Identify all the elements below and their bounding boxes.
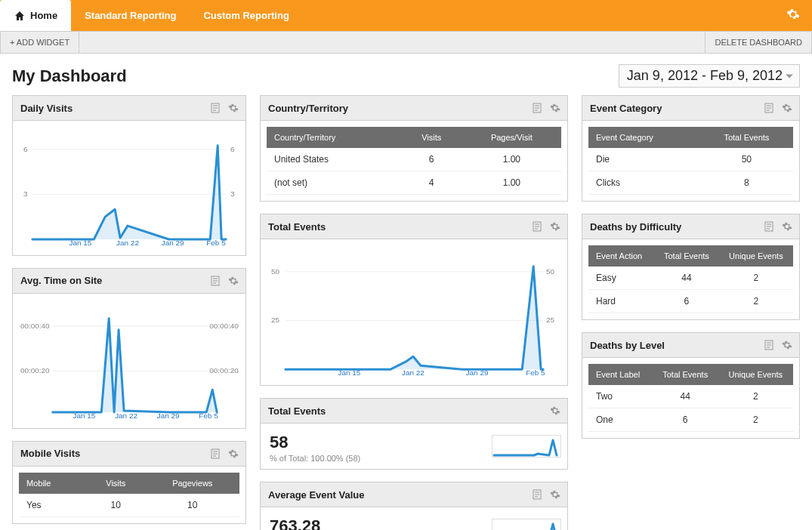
widget-deaths-level: Deaths by Level Event Label Total Events… [582, 332, 800, 439]
svg-text:Jan 15: Jan 15 [338, 368, 361, 377]
home-icon [14, 10, 26, 22]
table-row: Two 44 2 [588, 385, 793, 408]
svg-text:6: 6 [23, 145, 28, 153]
mobile-visits-table: Mobile Visits Pageviews Yes 10 10 [19, 473, 239, 517]
settings-gear-icon[interactable] [782, 3, 804, 28]
tab-home[interactable]: Home [0, 0, 71, 31]
total-events-chart: 50 25 50 25 Jan 15 Jan 22 Jan 29 Feb 5 [267, 245, 561, 377]
gear-icon[interactable] [548, 403, 563, 418]
widget-title: Mobile Visits [20, 448, 205, 459]
svg-text:Jan 22: Jan 22 [115, 411, 137, 420]
action-bar: + ADD WIDGET DELETE DASHBOARD [0, 31, 812, 54]
col-header: Total Events [654, 245, 719, 267]
svg-text:00:00:40: 00:00:40 [209, 322, 239, 330]
daily-visits-chart: 6 3 6 3 Jan 15 Jan 22 Jan 29 Feb 5 [19, 127, 239, 247]
note-icon[interactable] [761, 100, 776, 116]
note-icon[interactable] [208, 273, 223, 288]
widget-title: Event Category [590, 103, 758, 114]
svg-text:50: 50 [271, 267, 280, 276]
sparkline [492, 435, 561, 458]
col-header: Unique Events [718, 364, 793, 385]
col-header: Unique Events [719, 245, 793, 267]
svg-text:Jan 29: Jan 29 [157, 411, 180, 420]
svg-text:Jan 29: Jan 29 [466, 368, 489, 377]
widget-mobile-visits: Mobile Visits Mobile Visits Pageviews Ye… [12, 441, 246, 524]
col-header: Country/Territory [267, 127, 401, 148]
tab-label: Home [30, 10, 57, 21]
event-category-table: Event Category Total Events Die 50 Click… [588, 127, 793, 195]
svg-text:Jan 15: Jan 15 [73, 411, 96, 420]
widget-avg-event-value: Average Event Value 763.28 Site Avg: 763… [260, 482, 568, 530]
widget-title: Average Event Value [268, 489, 526, 501]
delete-dashboard-button[interactable]: DELETE DASHBOARD [705, 32, 811, 53]
note-icon[interactable] [761, 337, 776, 353]
col-header: Visits [86, 473, 145, 494]
gear-icon[interactable] [548, 100, 563, 116]
col-header: Mobile [19, 473, 86, 494]
note-icon[interactable] [529, 219, 545, 234]
widget-title: Deaths by Difficulty [590, 221, 758, 233]
svg-text:Jan 22: Jan 22 [116, 239, 139, 247]
gear-icon[interactable] [226, 446, 241, 461]
gear-icon[interactable] [780, 219, 795, 234]
table-row: Hard 6 2 [588, 290, 793, 313]
gear-icon[interactable] [780, 337, 795, 353]
deaths-difficulty-table: Event Action Total Events Unique Events … [588, 245, 793, 313]
note-icon[interactable] [529, 487, 545, 502]
widget-daily-visits: Daily Visits 6 3 6 3 Jan 15 Jan 22 Jan 2… [12, 95, 246, 256]
col-header: Event Action [588, 245, 654, 267]
svg-text:25: 25 [271, 316, 280, 324]
gear-icon[interactable] [548, 487, 563, 502]
table-row: Clicks 8 [588, 171, 793, 195]
svg-text:00:00:20: 00:00:20 [209, 366, 239, 374]
widget-total-events-stat: Total Events 58 % of Total: 100.00% (58) [260, 398, 568, 470]
tab-standard-reporting[interactable]: Standard Reporting [71, 0, 190, 31]
svg-text:3: 3 [230, 190, 235, 198]
svg-text:50: 50 [546, 267, 555, 276]
table-row: Yes 10 10 [19, 494, 239, 517]
svg-text:Jan 29: Jan 29 [162, 239, 184, 247]
widget-title: Daily Visits [20, 103, 205, 114]
widget-title: Country/Territory [268, 103, 526, 114]
note-icon[interactable] [529, 100, 545, 116]
date-range-picker[interactable]: Jan 9, 2012 - Feb 9, 2012 [619, 64, 800, 88]
svg-text:Feb 5: Feb 5 [199, 411, 218, 420]
svg-text:6: 6 [230, 145, 235, 153]
table-row: Easy 44 2 [588, 267, 793, 290]
page-title: My Dashboard [12, 66, 127, 86]
widget-total-events-chart: Total Events 50 25 50 25 Jan 15 Jan 22 J… [260, 214, 568, 386]
title-row: My Dashboard Jan 9, 2012 - Feb 9, 2012 [0, 54, 812, 95]
svg-text:Feb 5: Feb 5 [206, 239, 226, 247]
col-header: Pageviews [145, 473, 239, 494]
gear-icon[interactable] [780, 100, 795, 116]
col-header: Pages/Visit [462, 127, 561, 148]
widget-title: Total Events [268, 405, 545, 417]
table-row: (not set) 4 1.00 [267, 171, 561, 195]
svg-text:Jan 15: Jan 15 [69, 239, 92, 247]
gear-icon[interactable] [226, 273, 241, 288]
widget-deaths-difficulty: Deaths by Difficulty Event Action Total … [582, 214, 800, 320]
table-row: Die 50 [588, 148, 793, 171]
deaths-level-table: Event Label Total Events Unique Events T… [588, 364, 793, 432]
col-header: Total Events [700, 127, 793, 148]
sparkline [492, 519, 561, 530]
note-icon[interactable] [761, 219, 776, 234]
svg-text:00:00:40: 00:00:40 [20, 322, 50, 330]
add-widget-button[interactable]: + ADD WIDGET [1, 32, 79, 53]
gear-icon[interactable] [548, 219, 563, 234]
note-icon[interactable] [208, 100, 223, 116]
avg-time-chart: 00:00:40 00:00:20 00:00:40 00:00:20 Jan … [19, 300, 239, 420]
widget-country: Country/Territory Country/Territory Visi… [260, 95, 568, 202]
col-header: Event Label [588, 364, 653, 385]
svg-text:00:00:20: 00:00:20 [20, 366, 50, 374]
note-icon[interactable] [208, 446, 223, 461]
tab-custom-reporting[interactable]: Custom Reporting [190, 0, 302, 31]
col-header: Event Category [588, 127, 700, 148]
country-table: Country/Territory Visits Pages/Visit Uni… [267, 127, 561, 195]
table-row: United States 6 1.00 [267, 148, 561, 171]
svg-text:25: 25 [546, 316, 555, 324]
svg-text:3: 3 [23, 190, 28, 198]
gear-icon[interactable] [226, 100, 241, 116]
widget-title: Total Events [268, 221, 526, 233]
col-header: Visits [401, 127, 462, 148]
